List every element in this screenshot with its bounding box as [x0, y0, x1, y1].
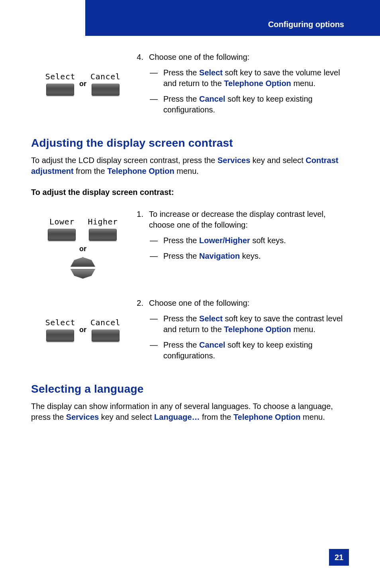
softkey-select-label-2: Select: [45, 318, 75, 327]
header-left-rule: [85, 0, 86, 36]
page-number: 21: [329, 549, 349, 566]
chapter-title: Configuring options: [268, 20, 344, 29]
softkey-higher-label: Higher: [88, 217, 118, 226]
softkey-select-label: Select: [45, 72, 75, 81]
contrast-lead-bold: To adjust the display screen contrast:: [31, 188, 350, 197]
softkey-cancel-button: [92, 84, 119, 96]
or-text-2: or: [79, 245, 86, 253]
softkey-cancel-label: Cancel: [90, 72, 120, 81]
header-banner: [85, 0, 380, 36]
step-4-lead: 4. Choose one of the following:: [135, 52, 350, 63]
language-intro: The display can show information in any …: [31, 401, 350, 423]
contrast-step-2-row: Select or Cancel 2. Choose one of the fo…: [31, 298, 350, 366]
softkey-select-button-2: [46, 330, 74, 342]
contrast-step-1-graphic: Lower Higher or: [31, 209, 135, 279]
step-4-row: Select or Cancel 4. Choose one of the fo…: [31, 52, 350, 120]
softkey-cancel-label-2: Cancel: [90, 318, 120, 327]
heading-contrast: Adjusting the display screen contrast: [31, 137, 350, 149]
or-text-3: or: [79, 326, 86, 334]
softkey-cancel-button-2: [92, 330, 119, 342]
contrast-step-2-item-2: — Press the Cancel soft key to keep exis…: [150, 340, 350, 361]
softkey-lower-button: [48, 229, 76, 241]
step-4-graphic: Select or Cancel: [31, 52, 135, 96]
contrast-step-1-row: Lower Higher or 1. To increase o: [31, 209, 350, 279]
step-4-item-2: — Press the Cancel soft key to keep exis…: [150, 94, 350, 115]
contrast-step-2-graphic: Select or Cancel: [31, 298, 135, 342]
contrast-step-2-lead: 2. Choose one of the following:: [135, 298, 350, 309]
softkey-higher-button: [89, 229, 117, 241]
contrast-step-1-lead: 1. To increase or decrease the display c…: [135, 209, 350, 230]
contrast-step-1-item-2: — Press the Navigation keys.: [150, 251, 350, 262]
step-4-item-1: — Press the Select soft key to save the …: [150, 67, 350, 89]
contrast-step-1-item-1: — Press the Lower/Higher soft keys.: [150, 235, 350, 246]
contrast-step-2-item-1: — Press the Select soft key to save the …: [150, 313, 350, 335]
contrast-intro: To adjust the LCD display screen contras…: [31, 155, 350, 177]
heading-language: Selecting a language: [31, 383, 350, 395]
softkey-lower-label: Lower: [49, 217, 74, 226]
or-text: or: [79, 80, 86, 88]
navigation-keys-icon: [71, 257, 95, 279]
nav-up-icon: [71, 257, 95, 267]
page-content: Select or Cancel 4. Choose one of the fo…: [31, 52, 350, 423]
softkey-select-button: [46, 84, 74, 96]
nav-down-icon: [71, 269, 95, 279]
